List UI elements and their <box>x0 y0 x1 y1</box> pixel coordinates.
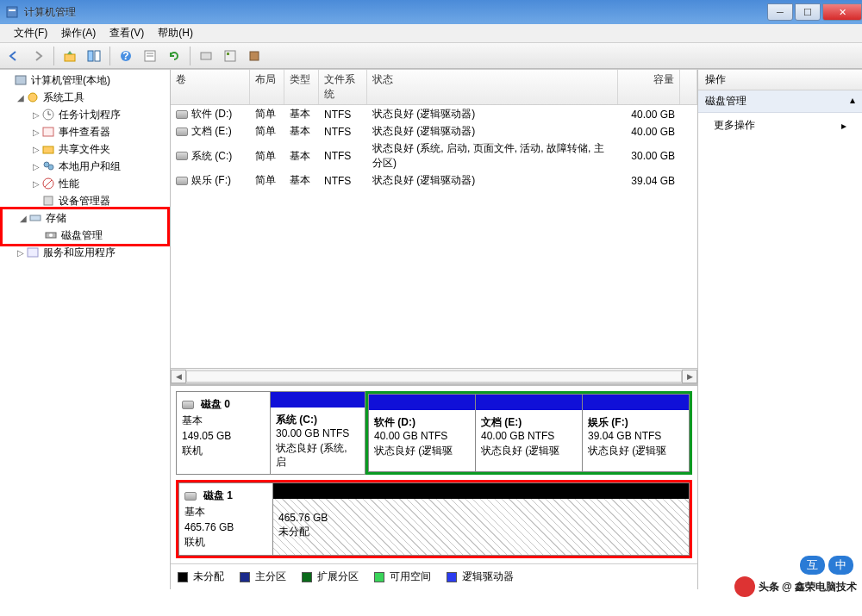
disk-1-row[interactable]: 磁盘 1 基本 465.76 GB 联机 465.76 GB 未分配 <box>178 482 690 556</box>
tree-local-users[interactable]: ▷本地用户和组 <box>0 158 170 175</box>
help-button[interactable]: ? <box>116 46 136 66</box>
tree-task-scheduler[interactable]: ▷任务计划程序 <box>0 106 170 123</box>
svg-text:?: ? <box>122 50 128 62</box>
partition-bar-logical <box>583 395 689 410</box>
drive-icon <box>176 128 188 136</box>
horizontal-scrollbar[interactable]: ◀ ▶ <box>171 368 697 383</box>
actions-more[interactable]: 更多操作▸ <box>698 113 862 138</box>
disk-1-info[interactable]: 磁盘 1 基本 465.76 GB 联机 <box>178 482 273 556</box>
maximize-button[interactable]: ☐ <box>795 3 821 21</box>
tree-performance[interactable]: ▷性能 <box>0 175 170 192</box>
svg-rect-3 <box>88 51 93 61</box>
svg-rect-26 <box>30 215 41 221</box>
col-layout[interactable]: 布局 <box>250 70 284 104</box>
svg-point-22 <box>48 165 53 170</box>
disk-0-info[interactable]: 磁盘 0 基本 149.05 GB 联机 <box>176 391 271 475</box>
toolbar-icon-3[interactable] <box>244 46 265 66</box>
partition-unallocated[interactable]: 465.76 GB 未分配 <box>273 482 690 556</box>
app-icon <box>5 5 19 19</box>
drive-icon <box>176 110 188 119</box>
menu-action[interactable]: 操作(A) <box>54 24 103 42</box>
partition-bar-unallocated <box>273 483 689 499</box>
scroll-track[interactable] <box>186 370 682 383</box>
col-capacity[interactable]: 容量 <box>618 70 680 104</box>
volume-row[interactable]: 娱乐 (F:)简单基本NTFS状态良好 (逻辑驱动器)39.04 GB <box>171 171 697 189</box>
actions-section-diskmgmt[interactable]: 磁盘管理▴ <box>698 90 862 113</box>
disk-0-row[interactable]: 磁盘 0 基本 149.05 GB 联机 系统 (C:)30.00 GB NTF… <box>176 391 692 475</box>
svg-rect-13 <box>250 52 259 60</box>
tree-root[interactable]: 计算机管理(本地) <box>0 72 170 89</box>
col-volume[interactable]: 卷 <box>171 70 250 104</box>
toolbar: ? <box>0 43 862 69</box>
scroll-left-button[interactable]: ◀ <box>171 370 186 383</box>
tree-system-tools[interactable]: ◢系统工具 <box>0 89 170 106</box>
show-hide-tree-button[interactable] <box>84 46 104 66</box>
legend-swatch-unallocated <box>178 572 188 582</box>
scroll-right-button[interactable]: ▶ <box>682 370 697 383</box>
properties-button[interactable] <box>140 46 160 66</box>
toolbar-icon-1[interactable] <box>196 46 216 66</box>
partition-bar-logical <box>369 395 475 410</box>
window-title: 计算机管理 <box>24 5 765 20</box>
tree-services-apps[interactable]: ▷服务和应用程序 <box>0 244 170 261</box>
svg-rect-12 <box>227 53 229 55</box>
disk-1-highlight: 磁盘 1 基本 465.76 GB 联机 465.76 GB 未分配 <box>176 480 692 558</box>
partition-c[interactable]: 系统 (C:)30.00 GB NTFS状态良好 (系统, 启 <box>271 391 365 475</box>
up-button[interactable] <box>59 46 80 66</box>
svg-rect-2 <box>65 54 75 61</box>
menu-file[interactable]: 文件(F) <box>7 24 54 42</box>
legend-swatch-primary <box>240 572 250 582</box>
volume-row[interactable]: 文档 (E:)简单基本NTFS状态良好 (逻辑驱动器)40.00 GB <box>171 122 697 140</box>
partition-e[interactable]: 文档 (E:)40.00 GB NTFS状态良好 (逻辑驱 <box>476 394 583 472</box>
svg-rect-29 <box>28 248 38 257</box>
close-button[interactable]: ✕ <box>822 3 862 21</box>
legend-swatch-extended <box>302 572 312 582</box>
svg-rect-0 <box>7 7 17 17</box>
watermark-avatar-icon <box>734 576 755 597</box>
partition-d[interactable]: 软件 (D:)40.00 GB NTFS状态良好 (逻辑驱 <box>368 394 476 472</box>
content-pane: 卷 布局 类型 文件系统 状态 容量 软件 (D:)简单基本NTFS状态良好 (… <box>171 70 698 589</box>
drive-icon <box>176 152 188 160</box>
tree-event-viewer[interactable]: ▷事件查看器 <box>0 123 170 140</box>
disk-icon <box>184 492 197 501</box>
back-button[interactable] <box>3 46 24 66</box>
partition-bar-primary <box>271 392 365 408</box>
volume-row[interactable]: 系统 (C:)简单基本NTFS状态良好 (系统, 启动, 页面文件, 活动, 故… <box>171 140 697 171</box>
ime-indicator: 互 中 <box>800 556 853 575</box>
forward-button[interactable] <box>28 46 48 66</box>
toolbar-icon-2[interactable] <box>220 46 240 66</box>
col-filesystem[interactable]: 文件系统 <box>319 70 367 104</box>
svg-rect-25 <box>44 196 53 205</box>
tree-shared-folders[interactable]: ▷共享文件夹 <box>0 140 170 158</box>
svg-point-15 <box>28 93 37 102</box>
legend-swatch-logical <box>447 572 457 582</box>
col-status[interactable]: 状态 <box>367 70 618 104</box>
volume-list-header[interactable]: 卷 布局 类型 文件系统 状态 容量 <box>171 70 697 105</box>
legend: 未分配 主分区 扩展分区 可用空间 逻辑驱动器 <box>171 563 697 589</box>
col-type[interactable]: 类型 <box>284 70 319 104</box>
partition-f[interactable]: 娱乐 (F:)39.04 GB NTFS状态良好 (逻辑驱 <box>583 394 690 472</box>
svg-rect-14 <box>16 76 26 84</box>
refresh-button[interactable] <box>164 46 184 66</box>
title-bar: 计算机管理 ─ ☐ ✕ <box>0 0 862 24</box>
svg-rect-10 <box>201 53 211 59</box>
tree-disk-management[interactable]: 磁盘管理 <box>3 227 167 244</box>
chevron-right-icon: ▸ <box>841 120 846 132</box>
disk-icon <box>182 401 194 409</box>
volume-list[interactable]: 卷 布局 类型 文件系统 状态 容量 软件 (D:)简单基本NTFS状态良好 (… <box>171 70 697 189</box>
tree-storage[interactable]: ◢存储 <box>3 209 167 227</box>
disk-0-logical-highlight: 软件 (D:)40.00 GB NTFS状态良好 (逻辑驱 文档 (E:)40.… <box>365 391 692 475</box>
menu-view[interactable]: 查看(V) <box>103 24 151 42</box>
partition-bar-logical <box>476 395 582 410</box>
svg-rect-1 <box>9 9 16 11</box>
navigation-tree[interactable]: 计算机管理(本地) ◢系统工具 ▷任务计划程序 ▷事件查看器 ▷共享文件夹 ▷本… <box>0 70 171 589</box>
svg-rect-20 <box>43 146 53 153</box>
volume-row[interactable]: 软件 (D:)简单基本NTFS状态良好 (逻辑驱动器)40.00 GB <box>171 105 697 122</box>
menu-help[interactable]: 帮助(H) <box>151 24 200 42</box>
collapse-icon[interactable]: ▴ <box>850 94 855 109</box>
minimize-button[interactable]: ─ <box>767 3 793 21</box>
disk-layout-pane: 磁盘 0 基本 149.05 GB 联机 系统 (C:)30.00 GB NTF… <box>171 383 697 563</box>
menu-bar: 文件(F) 操作(A) 查看(V) 帮助(H) <box>0 24 862 43</box>
svg-rect-19 <box>43 128 53 136</box>
tree-storage-highlight: ◢存储 磁盘管理 <box>0 207 170 246</box>
